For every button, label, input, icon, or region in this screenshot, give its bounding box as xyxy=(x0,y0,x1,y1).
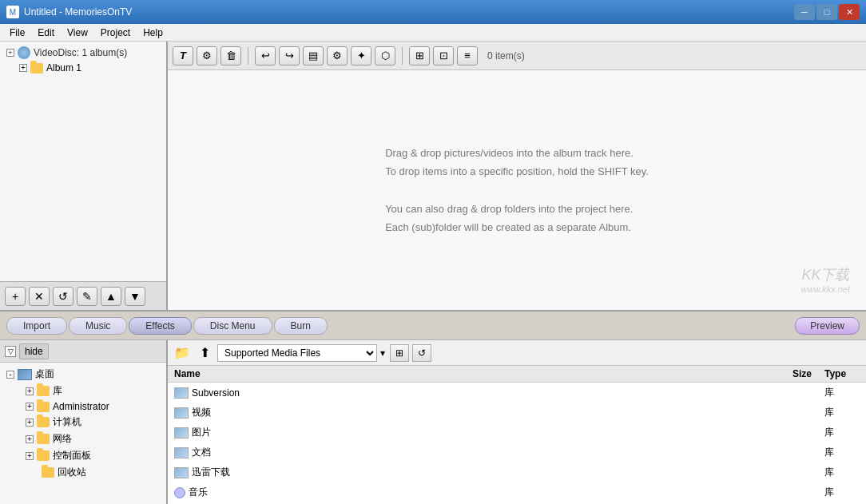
tree-add-button[interactable]: + xyxy=(5,287,26,306)
file-row-subversion[interactable]: Subversion 库 xyxy=(168,383,866,403)
file-row-video[interactable]: 视频 库 xyxy=(168,403,866,423)
layout-button[interactable]: ▤ xyxy=(303,46,324,65)
tree-root-label: VideoDisc: 1 album(s) xyxy=(34,47,127,58)
refresh-files-button[interactable]: ↺ xyxy=(412,344,431,362)
recycle-icon xyxy=(42,467,54,478)
rotate-right-button[interactable]: ↪ xyxy=(279,46,300,65)
view-list-button[interactable]: ≡ xyxy=(457,46,478,65)
file-list-header: Name Size Type xyxy=(168,366,866,383)
thunder-name: 迅雷下载 xyxy=(192,466,230,479)
file-tree-lib[interactable]: + 库 xyxy=(3,383,163,399)
tab-burn[interactable]: Burn xyxy=(274,317,328,335)
tab-disc-menu[interactable]: Disc Menu xyxy=(193,317,272,335)
delete-button[interactable]: 🗑 xyxy=(220,46,241,65)
file-tree-content: - 桌面 + 库 + Administrator + 计算机 + xyxy=(0,363,166,484)
tree-down-button[interactable]: ▼ xyxy=(125,287,145,306)
menu-file[interactable]: File xyxy=(3,26,31,40)
menu-bar: File Edit View Project Help xyxy=(0,24,866,42)
hint2: To drop items into a specific position, … xyxy=(385,162,649,181)
col-type: Type xyxy=(818,366,866,382)
docs-type: 库 xyxy=(818,444,866,461)
tree-root: + VideoDisc: 1 album(s) xyxy=(3,45,163,61)
drop-hints: Drag & drop pictures/videos into the alb… xyxy=(385,144,649,237)
network-expand[interactable]: + xyxy=(26,435,34,443)
title-bar: M Untitled - MemoriesOnTV ─ □ ✕ xyxy=(0,0,866,24)
close-button[interactable]: ✕ xyxy=(839,4,860,20)
rotate-left-button[interactable]: ↩ xyxy=(255,46,276,65)
album-content[interactable]: Drag & drop pictures/videos into the alb… xyxy=(168,70,866,310)
control-label: 控制面板 xyxy=(53,449,91,462)
docs-name: 文档 xyxy=(192,446,211,459)
lib-expand[interactable]: + xyxy=(26,387,34,395)
album-expand[interactable]: + xyxy=(19,64,27,72)
tab-music[interactable]: Music xyxy=(69,317,127,335)
video-name: 视频 xyxy=(192,406,211,419)
file-row-docs[interactable]: 文档 库 xyxy=(168,442,866,462)
bottom-area: ▽ hide - 桌面 + 库 + Administrator + 计 xyxy=(0,340,866,504)
file-row-thunder[interactable]: 迅雷下载 库 xyxy=(168,462,866,482)
select-arrow: ▾ xyxy=(380,347,387,359)
menu-project[interactable]: Project xyxy=(94,26,137,40)
subversion-name: Subversion xyxy=(192,387,240,399)
effect1-button[interactable]: ⚙ xyxy=(327,46,348,65)
subversion-thumb xyxy=(174,387,189,399)
folder-up-icon[interactable]: ⬆ xyxy=(195,344,214,362)
maximize-button[interactable]: □ xyxy=(816,4,837,20)
computer-expand[interactable]: + xyxy=(26,419,34,427)
tree-refresh-button[interactable]: ↺ xyxy=(53,287,73,306)
network-label: 网络 xyxy=(53,432,72,446)
album-label: Album 1 xyxy=(46,62,81,73)
minimize-button[interactable]: ─ xyxy=(794,4,815,20)
file-browser-toolbar: 📁 ⬆ Supported Media Files ▾ ⊞ ↺ xyxy=(168,340,866,366)
collapse-button[interactable]: ▽ xyxy=(5,346,16,357)
tree-remove-button[interactable]: ✕ xyxy=(29,287,50,306)
effect2-button[interactable]: ✦ xyxy=(351,46,371,65)
preview-button[interactable]: Preview xyxy=(795,317,860,335)
hide-label[interactable]: hide xyxy=(19,343,49,359)
menu-view[interactable]: View xyxy=(61,26,94,40)
control-expand[interactable]: + xyxy=(26,452,34,460)
file-row-music[interactable]: 音乐 库 xyxy=(168,482,866,502)
tree-edit-button[interactable]: ✎ xyxy=(77,287,97,306)
album-panel: T ⚙ 🗑 ↩ ↪ ▤ ⚙ ✦ ⬡ ⊞ ⊡ ≡ 0 item(s) Drag &… xyxy=(168,42,866,310)
col-name: Name xyxy=(168,366,754,382)
video-thumb xyxy=(174,407,189,419)
file-tree-network[interactable]: + 网络 xyxy=(3,431,163,447)
folder-nav-icon: 📁 xyxy=(173,344,192,362)
file-tree-computer[interactable]: + 计算机 xyxy=(3,414,163,431)
admin-expand[interactable]: + xyxy=(26,403,34,411)
view-grid-button[interactable]: ⊞ xyxy=(409,46,430,65)
hint3: You can also drag & drop folders into th… xyxy=(385,200,649,218)
file-row-images[interactable]: 图片 库 xyxy=(168,423,866,442)
file-tree-desktop[interactable]: - 桌面 xyxy=(3,366,163,383)
tree-root-expand[interactable]: + xyxy=(6,49,14,57)
tab-import[interactable]: Import xyxy=(6,317,67,335)
watermark-sub: www.kkx.net xyxy=(801,284,850,294)
separator2 xyxy=(402,47,403,65)
tree-album1[interactable]: + Album 1 xyxy=(3,61,163,75)
media-type-select[interactable]: Supported Media Files xyxy=(217,344,377,362)
file-tree-admin[interactable]: + Administrator xyxy=(3,399,163,414)
file-tree-control-panel[interactable]: + 控制面板 xyxy=(3,447,163,464)
tree-up-button[interactable]: ▲ xyxy=(101,287,121,306)
view-toggle-button[interactable]: ⊞ xyxy=(390,344,409,362)
lib-icon xyxy=(37,386,50,396)
view-timeline-button[interactable]: ⊡ xyxy=(433,46,454,65)
menu-help[interactable]: Help xyxy=(137,26,169,40)
menu-edit[interactable]: Edit xyxy=(31,26,61,40)
settings-button[interactable]: ⚙ xyxy=(197,46,217,65)
effect3-button[interactable]: ⬡ xyxy=(375,46,395,65)
tab-effects[interactable]: Effects xyxy=(129,317,191,335)
admin-label: Administrator xyxy=(53,401,109,412)
recycle-label: 回收站 xyxy=(58,466,86,479)
project-tree: + VideoDisc: 1 album(s) + Album 1 xyxy=(0,42,166,281)
tabs-left: Import Music Effects Disc Menu Burn xyxy=(6,317,328,335)
file-tree-header: ▽ hide xyxy=(0,340,166,363)
text-button[interactable]: T xyxy=(173,46,193,65)
file-browser: 📁 ⬆ Supported Media Files ▾ ⊞ ↺ Name Siz… xyxy=(168,340,866,504)
file-tree-recycle[interactable]: 回收站 xyxy=(3,464,163,481)
video-size xyxy=(754,411,818,415)
desktop-expand[interactable]: - xyxy=(6,371,14,379)
network-icon xyxy=(37,434,50,444)
main-container: + VideoDisc: 1 album(s) + Album 1 + ✕ ↺ … xyxy=(0,42,866,312)
